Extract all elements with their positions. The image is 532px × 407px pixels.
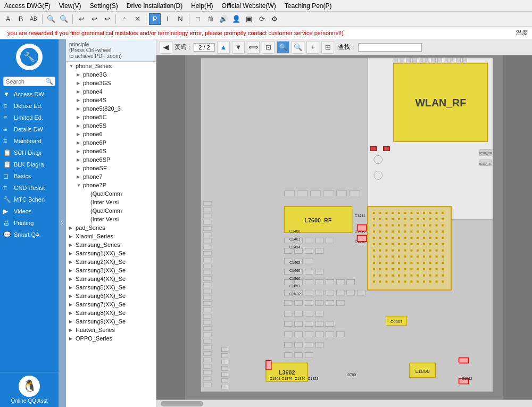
sidebar-item-smart-qa[interactable]: 💬 Smart QA: [0, 229, 59, 240]
pdf-down-arrow[interactable]: ▼: [232, 41, 245, 54]
toolbar-btn-p[interactable]: P: [149, 13, 161, 25]
sidebar-item-basics[interactable]: ◻ Basics: [0, 170, 59, 182]
toolbar-btn-audio[interactable]: 🔊: [218, 13, 229, 25]
sidebar-item-deluxe[interactable]: ≡ Deluxe Ed.: [0, 100, 59, 112]
toolbar-btn-x[interactable]: ✕: [131, 13, 143, 25]
menu-help[interactable]: Help(H): [189, 2, 215, 10]
tree-item[interactable]: ▶phone3G: [66, 70, 156, 79]
toolbar-btn-undo3[interactable]: ↩: [101, 13, 113, 25]
toolbar-btn-a[interactable]: A: [2, 13, 14, 25]
tree-item[interactable]: ▶phone6S: [66, 147, 156, 155]
toolbar-btn-ab[interactable]: AB: [28, 13, 39, 25]
tree-item[interactable]: ▶phone5S: [66, 121, 156, 130]
tree-item[interactable]: ▶Samsung3(XX)_Se: [66, 266, 156, 275]
svg-rect-106: [373, 262, 375, 264]
toolbar-btn-settings[interactable]: ⚙: [269, 13, 280, 25]
tree-header-line1: principle: [69, 41, 153, 47]
tree-item[interactable]: ▶phone4: [66, 87, 156, 96]
pdf-fit-page[interactable]: ⊡: [262, 41, 275, 54]
pdf-fullscreen[interactable]: ⊞: [321, 41, 334, 54]
sidebar-item-mainboard[interactable]: ≡ Mainboard: [0, 135, 59, 147]
tree-item[interactable]: (Inter Versi: [66, 198, 156, 206]
svg-rect-230: [295, 301, 303, 306]
toolbar-btn-div[interactable]: ÷: [119, 13, 130, 25]
menu-teaching-pen[interactable]: Teaching Pen(P): [282, 2, 334, 10]
tree-item[interactable]: ▶phone6: [66, 130, 156, 138]
menu-website[interactable]: Official Website(W): [220, 2, 278, 10]
tree-item[interactable]: ▶Samsung4(XX)_Se: [66, 275, 156, 283]
tree-item[interactable]: (QualComm: [66, 206, 156, 215]
toolbar-btn-undo2[interactable]: ↩: [88, 13, 100, 25]
page-input[interactable]: [194, 43, 215, 52]
tree-item[interactable]: ▶Huawei_Series: [66, 326, 156, 334]
tree-item[interactable]: ▶Samsung9(XX)_Se: [66, 317, 156, 326]
scrollbar-thumb[interactable]: [161, 401, 203, 406]
toolbar-btn-b[interactable]: B: [15, 13, 27, 25]
svg-rect-242: [315, 321, 323, 327]
menu-drive[interactable]: Drive Installation(D): [124, 2, 185, 10]
tree-item[interactable]: ▼phone7P: [66, 181, 156, 189]
tree-item[interactable]: ▶phone5(820_3: [66, 104, 156, 113]
tree-item[interactable]: ▶phone4S: [66, 96, 156, 104]
menu-access-dwg[interactable]: Access DWG(F): [2, 2, 53, 10]
pdf-search-input[interactable]: [358, 43, 422, 52]
toolbar-btn-zoom2[interactable]: 🔍: [58, 13, 70, 25]
toolbar-btn-n[interactable]: N: [174, 13, 186, 25]
toolbar-btn-grid[interactable]: ▣: [243, 13, 255, 25]
pcb-canvas-area[interactable]: WLAN_RF L7600_RF: [156, 55, 532, 400]
tree-scroll[interactable]: ▼phone_Series▶phone3G▶phone3GS▶phone4▶ph…: [66, 62, 156, 407]
svg-rect-134: [398, 275, 400, 277]
sidebar-item-details[interactable]: ≡ Details DW: [0, 123, 59, 135]
sidebar-item-limited[interactable]: ≡ Limited Ed.: [0, 112, 59, 123]
tree-panel: principle (Press Ctrl+wheel to achieve P…: [66, 39, 156, 407]
nav-label: Deluxe Ed.: [14, 103, 43, 109]
tree-item[interactable]: ▶Samsung6(XX)_Se: [66, 292, 156, 300]
tree-item[interactable]: ▶Samsung2(XX)_Se: [66, 258, 156, 266]
tree-item[interactable]: ▼phone_Series: [66, 62, 156, 70]
pdf-zoom-more[interactable]: +: [306, 41, 319, 54]
toolbar-btn-simple[interactable]: 简: [205, 13, 217, 25]
toolbar-btn-user[interactable]: 👤: [230, 13, 242, 25]
tree-item[interactable]: ▶Samsung_Series: [66, 240, 156, 249]
horizontal-scrollbar[interactable]: [156, 400, 532, 407]
tree-item[interactable]: ▶phone6SP: [66, 155, 156, 164]
tree-item[interactable]: ▶pad_Series: [66, 223, 156, 232]
tree-item[interactable]: (QualComm: [66, 189, 156, 198]
toolbar-btn-undo1[interactable]: ↩: [76, 13, 87, 25]
tree-item[interactable]: ▶Samsung5(XX)_Se: [66, 283, 156, 292]
svg-rect-47: [379, 230, 381, 232]
pdf-fit-width[interactable]: ⟺: [247, 41, 260, 54]
sidebar-collapse-handle[interactable]: ‹‹: [59, 39, 66, 407]
qq-area[interactable]: 🐧 Online QQ Asst: [0, 372, 59, 407]
toolbar-btn-refresh[interactable]: ⟳: [256, 13, 268, 25]
pdf-zoom-out[interactable]: 🔍: [292, 41, 304, 54]
toolbar-btn-rect[interactable]: □: [192, 13, 204, 25]
tree-item[interactable]: ▶Samsung1(XX)_Se: [66, 249, 156, 258]
menu-setting[interactable]: Setting(S): [87, 2, 120, 10]
svg-text:C1866: C1866: [289, 277, 300, 280]
toolbar-btn-i[interactable]: I: [162, 13, 173, 25]
tree-item[interactable]: ▶phone3GS: [66, 79, 156, 87]
sidebar-item-sch[interactable]: 📋 SCH Diagr: [0, 147, 59, 159]
tree-item[interactable]: ▶Xiaomi_Series: [66, 232, 156, 240]
tree-item[interactable]: ▶Samsung8(XX)_Se: [66, 309, 156, 317]
tree-item[interactable]: ▶phone7: [66, 172, 156, 181]
menu-view[interactable]: View(V): [57, 2, 84, 10]
pdf-nav-prev[interactable]: ◀: [160, 41, 172, 54]
pdf-zoom-in[interactable]: 🔍: [277, 41, 289, 54]
tree-item[interactable]: ▶Samsung7(XX)_Se: [66, 300, 156, 309]
tree-item[interactable]: ▶phone6P: [66, 138, 156, 147]
sidebar-item-access-dw[interactable]: ▼ Access DW: [0, 88, 59, 100]
svg-rect-66: [423, 237, 425, 239]
sidebar-item-videos[interactable]: ▶ Videos: [0, 205, 59, 217]
pdf-up-arrow[interactable]: ▲: [217, 41, 230, 54]
tree-item[interactable]: ▶phoneSE: [66, 164, 156, 172]
tree-item[interactable]: ▶OPPO_Series: [66, 334, 156, 343]
sidebar-item-mtc[interactable]: 🔧 MTC Schen: [0, 194, 59, 205]
sidebar-item-printing[interactable]: 🖨 Printing: [0, 217, 59, 229]
sidebar-item-gnd[interactable]: ≡ GND Resist: [0, 182, 59, 194]
toolbar-btn-zoom1[interactable]: 🔍: [45, 13, 57, 25]
tree-item[interactable]: (Inter Versi: [66, 215, 156, 223]
sidebar-item-blk[interactable]: 📋 BLK Diagra: [0, 159, 59, 170]
tree-item[interactable]: ▶phone5C: [66, 113, 156, 121]
